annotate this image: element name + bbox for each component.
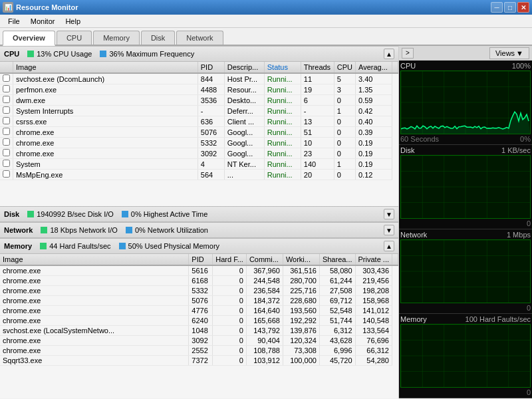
col-checkbox[interactable] xyxy=(0,62,13,73)
mem-col-pid[interactable]: PID xyxy=(189,254,213,265)
row-checkbox[interactable] xyxy=(3,128,10,135)
mem-col-private[interactable]: Private ... xyxy=(355,254,392,265)
right-expand-btn[interactable]: > xyxy=(402,48,414,59)
table-row[interactable]: MsMpEng.exe564...Runni...2000.12 xyxy=(0,170,398,180)
col-description[interactable]: Descrip... xyxy=(224,62,264,73)
memory-title: Memory xyxy=(4,242,32,250)
network-stat1: 18 Kbps Network I/O xyxy=(41,226,118,234)
table-row[interactable]: svchost.exe (LocalSystemNetwo...10480143… xyxy=(0,326,398,336)
mem-col-scroll xyxy=(392,254,398,265)
network-title: Network xyxy=(4,226,33,234)
menu-help[interactable]: Help xyxy=(60,16,86,27)
memory-section-header[interactable]: Memory 44 Hard Faults/sec 50% Used Physi… xyxy=(0,238,398,254)
table-row[interactable]: chrome.exe61680244,548280,70061,244219,4… xyxy=(0,276,398,286)
table-row[interactable]: chrome.exe47760164,640193,56052,548141,0… xyxy=(0,306,398,316)
memory-stat2-dot xyxy=(119,243,126,249)
mem-col-working[interactable]: Worki... xyxy=(283,254,319,265)
cpu-section: CPU 13% CPU Usage 36% Maximum Frequency … xyxy=(0,46,398,206)
graph-label: Disk xyxy=(400,146,414,154)
graph-panel-network: Network 1 Mbps 0 xyxy=(399,229,532,314)
table-row[interactable]: Sqqrt33.exe73720103,912100,00045,72054,2… xyxy=(0,356,398,366)
table-row[interactable]: chrome.exe5076Googl...Runni...5100.39 xyxy=(0,127,398,138)
row-checkbox[interactable] xyxy=(3,74,10,82)
col-image[interactable]: Image xyxy=(13,62,198,73)
cpu-section-header[interactable]: CPU 13% CPU Usage 36% Maximum Frequency … xyxy=(0,46,398,62)
minimize-button[interactable]: ─ xyxy=(491,2,503,13)
row-checkbox[interactable] xyxy=(3,138,10,146)
tab-memory[interactable]: Memory xyxy=(93,31,140,45)
graph-min-label: 0 xyxy=(527,388,531,396)
menu-monitor[interactable]: Monitor xyxy=(25,16,61,27)
left-panel: CPU 13% CPU Usage 36% Maximum Frequency … xyxy=(0,46,399,398)
memory-table-wrapper: Image PID Hard F... Commi... Worki... Sh… xyxy=(0,254,398,398)
table-row[interactable]: chrome.exe56160367,960361,51658,080303,4… xyxy=(0,265,398,276)
table-row[interactable]: chrome.exe62400165,668192,29251,744140,5… xyxy=(0,316,398,326)
memory-collapse-btn[interactable]: ▲ xyxy=(384,241,394,251)
row-checkbox[interactable] xyxy=(3,106,10,114)
table-row[interactable]: chrome.exe53320236,584225,71627,508198,2… xyxy=(0,286,398,296)
graph-min-label: 0% xyxy=(520,135,531,143)
col-scroll xyxy=(392,62,398,73)
menu-bar: File Monitor Help xyxy=(0,15,532,28)
table-row[interactable]: svchost.exe (DcomLaunch)844Host Pr...Run… xyxy=(0,73,398,84)
graph-min-label: 0 xyxy=(527,219,531,227)
mem-col-hardfaults[interactable]: Hard F... xyxy=(213,254,247,265)
row-checkbox[interactable] xyxy=(3,117,10,124)
row-checkbox[interactable] xyxy=(3,170,10,178)
row-checkbox[interactable] xyxy=(3,85,10,92)
table-row[interactable]: System Interrupts-Deferr...Runni...-10.4… xyxy=(0,106,398,116)
col-pid[interactable]: PID xyxy=(198,62,224,73)
memory-stat1-dot xyxy=(40,243,47,249)
tab-disk[interactable]: Disk xyxy=(141,31,175,45)
col-cpu[interactable]: CPU xyxy=(334,62,355,73)
row-checkbox[interactable] xyxy=(3,160,10,167)
cpu-stat2-dot xyxy=(100,51,106,57)
table-row[interactable]: chrome.exe25520108,78873,3086,99666,312 xyxy=(0,346,398,356)
tab-overview[interactable]: Overview xyxy=(3,31,55,46)
col-average[interactable]: Averag... xyxy=(356,62,392,73)
table-row[interactable]: chrome.exe50760184,372228,68069,712158,9… xyxy=(0,296,398,306)
views-button[interactable]: Views ▼ xyxy=(489,47,529,59)
cpu-collapse-btn[interactable]: ▲ xyxy=(384,49,394,59)
cpu-stat1: 13% CPU Usage xyxy=(27,50,92,58)
memory-stat2: 50% Used Physical Memory xyxy=(119,242,220,250)
table-row[interactable]: perfmon.exe4488Resour...Runni...1931.35 xyxy=(0,84,398,95)
network-section-header[interactable]: Network 18 Kbps Network I/O 0% Network U… xyxy=(0,222,398,238)
memory-stat1-label: 44 Hard Faults/sec xyxy=(49,242,110,250)
graph-min-label: 0 xyxy=(527,304,531,312)
tab-cpu[interactable]: CPU xyxy=(57,31,92,45)
mem-col-shareable[interactable]: Sharea... xyxy=(319,254,355,265)
graph-label: Network xyxy=(400,231,427,239)
graph-area-disk xyxy=(400,155,531,219)
disk-stat2: 0% Highest Active Time xyxy=(122,210,208,218)
table-row[interactable]: csrss.exe636Client ...Runni...1300.40 xyxy=(0,116,398,127)
memory-section: Memory 44 Hard Faults/sec 50% Used Physi… xyxy=(0,238,398,398)
col-status[interactable]: Status xyxy=(264,62,301,73)
disk-section-header[interactable]: Disk 1940992 B/sec Disk I/O 0% Highest A… xyxy=(0,206,398,222)
graph-max-label: 1 KB/sec xyxy=(501,146,531,154)
table-row[interactable]: chrome.exe3092090,404120,32443,62876,696 xyxy=(0,336,398,346)
cpu-stats: 13% CPU Usage 36% Maximum Frequency xyxy=(19,50,384,58)
maximize-button[interactable]: □ xyxy=(504,2,516,13)
disk-collapse-btn[interactable]: ▼ xyxy=(384,209,394,219)
col-threads[interactable]: Threads xyxy=(301,62,334,73)
table-row[interactable]: dwm.exe3536Deskto...Runni...600.59 xyxy=(0,95,398,106)
right-panel: > Views ▼ CPU 100% 60 Seconds 0% Disk 1 … xyxy=(399,46,532,398)
mem-col-image[interactable]: Image xyxy=(0,254,189,265)
network-collapse-btn[interactable]: ▼ xyxy=(384,225,394,235)
tab-network[interactable]: Network xyxy=(176,31,223,45)
memory-stats: 44 Hard Faults/sec 50% Used Physical Mem… xyxy=(32,242,384,250)
graph-header-cpu: CPU 100% xyxy=(400,62,531,70)
table-row[interactable]: chrome.exe5332Googl...Runni...1000.19 xyxy=(0,138,398,148)
graph-panel-cpu: CPU 100% 60 Seconds 0% xyxy=(399,61,532,145)
title-bar-text: Resource Monitor xyxy=(16,3,491,11)
row-checkbox[interactable] xyxy=(3,96,10,103)
graph-area-cpu xyxy=(400,70,531,134)
menu-file[interactable]: File xyxy=(3,16,25,27)
table-row[interactable]: System4NT Ker...Runni...14010.19 xyxy=(0,159,398,170)
close-button[interactable]: ✕ xyxy=(517,2,529,13)
row-checkbox[interactable] xyxy=(3,149,10,156)
table-row[interactable]: chrome.exe3092Googl...Runni...2300.19 xyxy=(0,148,398,159)
mem-col-commit[interactable]: Commi... xyxy=(246,254,283,265)
disk-stat1: 1940992 B/sec Disk I/O xyxy=(27,210,114,218)
